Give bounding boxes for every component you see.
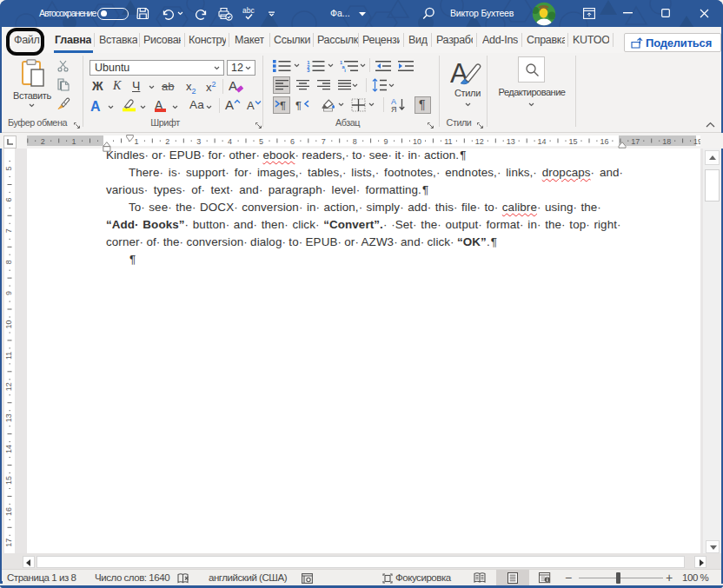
svg-text:15: 15	[4, 476, 13, 485]
svg-text:13: 13	[4, 413, 13, 422]
svg-text:14: 14	[4, 445, 13, 453]
svg-text:3: 3	[307, 68, 310, 72]
svg-text:8: 8	[4, 260, 13, 264]
svg-text:16: 16	[4, 507, 13, 516]
svg-text:abc: abc	[242, 6, 255, 15]
svg-text:А: А	[90, 99, 101, 113]
svg-text:10: 10	[4, 320, 13, 328]
svg-text:A: A	[229, 78, 237, 93]
svg-text:5: 5	[4, 166, 13, 170]
svg-text:11: 11	[4, 352, 13, 360]
svg-text:12: 12	[4, 382, 13, 391]
svg-text:i: i	[344, 68, 346, 72]
svg-text:17: 17	[4, 538, 13, 547]
svg-text:6: 6	[4, 197, 13, 202]
svg-text:Я: Я	[391, 105, 397, 113]
svg-text:¶: ¶	[295, 99, 302, 110]
svg-text:9: 9	[4, 291, 13, 295]
svg-text:¶: ¶	[280, 99, 286, 110]
svg-text:7: 7	[4, 228, 13, 233]
